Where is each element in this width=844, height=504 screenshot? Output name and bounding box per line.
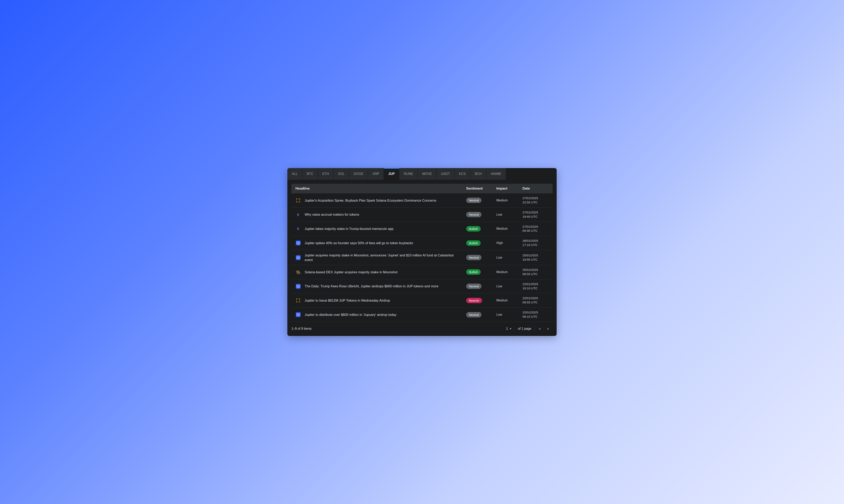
sentiment-pill: Bullish [466, 226, 481, 232]
headline-text[interactable]: Jupiter spikes 40% as founder says 50% o… [305, 241, 466, 245]
news-panel: ALLBTCETHSOLDOGEXRPJUPRUNEMOVEUSDTKCSBCH… [287, 168, 557, 336]
tab-usdt[interactable]: USDT [437, 168, 455, 180]
tab-sol[interactable]: SOL [334, 168, 349, 180]
date-line-2: 09:55 UTC [523, 272, 549, 276]
date-cell: 22/01/202509:10 UTC [523, 310, 549, 319]
table-header-row: Headline Sentiment Impact Date [292, 184, 552, 193]
caret-down-icon: ▼ [509, 327, 512, 330]
items-summary: 1–9 of 9 items [292, 327, 312, 330]
next-page-button[interactable]: ▶ [544, 325, 552, 332]
tab-btc[interactable]: BTC [302, 168, 318, 180]
source-blue-cube-icon [295, 240, 301, 246]
date-line-1: 25/01/2025 [523, 253, 549, 258]
date-line-1: 22/01/2025 [523, 282, 549, 286]
column-header-date[interactable]: Date [523, 186, 549, 191]
sentiment-pill: Neutral [466, 198, 481, 203]
source-orange-grid-icon [295, 298, 301, 303]
date-line-1: 26/01/2025 [523, 239, 549, 243]
table-row[interactable]: Why value accrual matters for tokensNeut… [292, 208, 552, 222]
headline-text[interactable]: Why value accrual matters for tokens [305, 212, 466, 217]
sentiment-cell: Neutral [466, 312, 496, 318]
table-row[interactable]: Jupiter takes majority stake in Trump-fa… [292, 222, 552, 236]
date-cell: 27/01/202522:55 UTC [523, 196, 549, 204]
pagination: 1 ▼ of 1 page ◀ ▶ [504, 325, 552, 332]
date-line-1: 25/01/2025 [523, 268, 549, 272]
chevron-right-icon: ▶ [547, 327, 549, 330]
tab-xrp[interactable]: XRP [368, 168, 384, 180]
headline-text[interactable]: Solana-based DEX Jupiter acquires majori… [305, 270, 466, 274]
date-line-2: 19:55 UTC [523, 258, 549, 262]
headline-text[interactable]: Jupiter acquires majority stake in Moons… [305, 253, 466, 262]
source-purple-bar-icon [295, 226, 301, 232]
impact-cell: Low [496, 256, 523, 259]
table-row[interactable]: Jupiter spikes 40% as founder says 50% o… [292, 236, 552, 250]
date-line-1: 27/01/2025 [523, 196, 549, 200]
sentiment-pill: Neutral [466, 284, 481, 289]
date-cell: 25/01/202519:55 UTC [523, 253, 549, 262]
date-cell: 22/01/202519:10 UTC [523, 282, 549, 291]
date-cell: 25/01/202509:55 UTC [523, 268, 549, 276]
date-line-1: 27/01/2025 [523, 225, 549, 229]
sentiment-cell: Neutral [466, 284, 496, 289]
headline-text[interactable]: Jupiter's Acquisition Spree, Buyback Pla… [305, 198, 466, 203]
headline-text[interactable]: Jupiter to Issue $612M JUP Tokens in Wed… [305, 298, 466, 303]
tab-doge[interactable]: DOGE [349, 168, 368, 180]
sentiment-cell: Bearish [466, 298, 496, 303]
tab-kcs[interactable]: KCS [455, 168, 471, 180]
source-coin-stack-icon [295, 269, 301, 275]
page-select[interactable]: 1 ▼ [504, 326, 514, 332]
date-line-2: 22:55 UTC [523, 200, 549, 204]
tab-jup[interactable]: JUP [384, 168, 399, 180]
table-row[interactable]: Jupiter to Issue $612M JUP Tokens in Wed… [292, 293, 552, 308]
page-total-label: of 1 page [514, 326, 535, 332]
table-row[interactable]: Solana-based DEX Jupiter acquires majori… [292, 265, 552, 279]
date-line-2: 19:10 UTC [523, 286, 549, 291]
tab-bch[interactable]: BCH [471, 168, 487, 180]
column-header-headline[interactable]: Headline [295, 186, 466, 191]
sentiment-pill: Bullish [466, 269, 481, 275]
sentiment-cell: Neutral [466, 255, 496, 260]
prev-page-button[interactable]: ◀ [535, 325, 544, 332]
table-footer: 1–9 of 9 items 1 ▼ of 1 page ◀ ▶ [287, 322, 557, 336]
date-line-1: 22/01/2025 [523, 296, 549, 300]
sentiment-pill: Neutral [466, 255, 481, 260]
date-line-1: 22/01/2025 [523, 310, 549, 314]
table-row[interactable]: Jupiter to distribute over $600 million … [292, 308, 552, 322]
coin-tabs: ALLBTCETHSOLDOGEXRPJUPRUNEMOVEUSDTKCSBCH… [287, 168, 557, 180]
impact-cell: Medium [496, 199, 523, 202]
date-cell: 26/01/202517:10 UTC [523, 239, 549, 247]
tab-move[interactable]: MOVE [418, 168, 437, 180]
svg-point-13 [297, 272, 300, 274]
table-row[interactable]: Jupiter's Acquisition Spree, Buyback Pla… [292, 193, 552, 208]
date-line-2: 00:00 UTC [523, 229, 549, 233]
current-page-number: 1 [506, 327, 508, 330]
headline-text[interactable]: Jupiter takes majority stake in Trump-fa… [305, 227, 466, 231]
tab-eth[interactable]: ETH [318, 168, 334, 180]
date-cell: 27/01/202519:40 UTC [523, 211, 549, 219]
column-header-sentiment[interactable]: Sentiment [466, 186, 496, 191]
sentiment-cell: Neutral [466, 212, 496, 217]
headline-text[interactable]: The Daily: Trump frees Ross Ulbricht, Ju… [305, 284, 466, 288]
source-orange-grid-icon [295, 198, 301, 203]
impact-cell: Low [496, 313, 523, 317]
sentiment-pill: Neutral [466, 312, 481, 318]
column-header-impact[interactable]: Impact [496, 186, 523, 191]
tab-anime[interactable]: ANIME [486, 168, 506, 180]
source-purple-bar-icon [295, 212, 301, 217]
date-line-1: 27/01/2025 [523, 211, 549, 215]
date-line-2: 09:55 UTC [523, 300, 549, 305]
impact-cell: Medium [496, 227, 523, 231]
tab-all[interactable]: ALL [287, 168, 302, 180]
sentiment-pill: Bearish [466, 298, 482, 303]
tab-rune[interactable]: RUNE [399, 168, 418, 180]
date-cell: 27/01/202500:00 UTC [523, 225, 549, 233]
headline-text[interactable]: Jupiter to distribute over $600 million … [305, 312, 466, 317]
sentiment-cell: Neutral [466, 198, 496, 203]
table-row[interactable]: Jupiter acquires majority stake in Moons… [292, 250, 552, 265]
impact-cell: High [496, 241, 523, 245]
svg-rect-8 [297, 228, 299, 230]
source-blue-cube-icon [295, 312, 301, 318]
table-row[interactable]: The Daily: Trump frees Ross Ulbricht, Ju… [292, 279, 552, 293]
date-cell: 22/01/202509:55 UTC [523, 296, 549, 305]
impact-cell: Medium [496, 270, 523, 274]
